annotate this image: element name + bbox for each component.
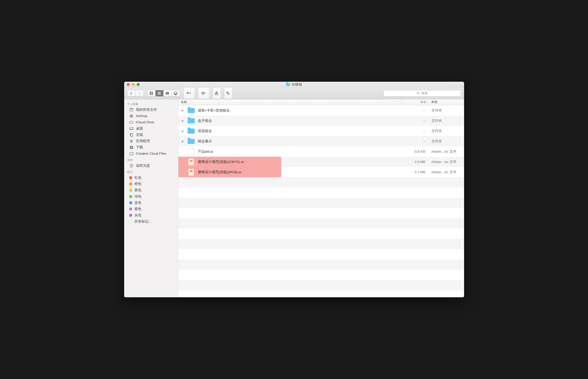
search-icon [416, 91, 420, 95]
svg-point-40 [130, 164, 133, 167]
back-button[interactable] [127, 90, 135, 96]
folder-icon [286, 83, 290, 86]
row-kind: 文件夹 [429, 108, 464, 113]
column-header-label: 名称 [181, 100, 187, 104]
sidebar-item-downloads[interactable]: 下载 [124, 144, 178, 150]
view-gallery-button[interactable] [172, 90, 180, 96]
table-row[interactable]: ▶袋装+卡装+其他组合--文件夹 [178, 105, 464, 116]
close-window-button[interactable] [127, 83, 130, 86]
sidebar: 个人收藏 我的所有文件 AirDrop iCloud Drive 桌面 文稿 [124, 99, 178, 297]
tag-dot-icon [129, 182, 132, 185]
view-columns-button[interactable] [164, 90, 172, 96]
columns-icon [166, 91, 169, 95]
svg-rect-11 [175, 94, 175, 95]
row-filename: 蜜蜂设计规范(初版)(CMYK).ai [198, 160, 244, 164]
table-row[interactable]: ▶盒子组合--文件夹 [178, 116, 464, 126]
folder-icon [187, 107, 195, 114]
table-row[interactable]: ▶产品ai8.ai315 KBAdobe…tor 文件 [178, 146, 464, 157]
sidebar-tag-orange[interactable]: 橙色 [124, 181, 178, 187]
svg-rect-0 [150, 92, 151, 93]
row-size: -- [401, 109, 429, 112]
share-button[interactable] [212, 87, 220, 99]
row-size: -- [401, 119, 429, 123]
window-body: 个人收藏 我的所有文件 AirDrop iCloud Drive 桌面 文稿 [124, 99, 464, 297]
sidebar-item-label: iCloud Drive [136, 120, 155, 124]
row-kind: Adobe…tor 文件 [429, 160, 464, 164]
zoom-window-button[interactable] [137, 83, 140, 86]
table-row[interactable]: ▶蜜蜂设计规范(初版)(CMYK).ai3.9 MBAdobe…tor 文件 [178, 157, 464, 167]
row-kind: Adobe…tor 文件 [429, 170, 464, 174]
table-row[interactable]: ▶容器组合--文件夹 [178, 126, 464, 136]
svg-rect-4 [158, 92, 161, 92]
sidebar-item-label: 灰色 [134, 213, 141, 218]
sidebar-item-airdrop[interactable]: AirDrop [124, 113, 178, 119]
airdrop-icon [129, 114, 134, 118]
sidebar-item-label: AirDrop [136, 114, 148, 118]
column-headers: 名称 ⌃ 大小 种类 [178, 99, 464, 105]
forward-button[interactable] [135, 90, 143, 96]
sidebar-heading-tags: 标记 [124, 169, 178, 174]
tags-button[interactable] [224, 87, 232, 99]
sidebar-tag-gray[interactable]: 灰色 [124, 212, 178, 218]
sidebar-item-documents[interactable]: 文稿 [124, 132, 178, 138]
column-header-kind[interactable]: 种类 [429, 99, 464, 105]
sidebar-tag-yellow[interactable]: 黄色 [124, 187, 178, 193]
row-kind: 文件夹 [429, 139, 464, 144]
column-header-name[interactable]: 名称 ⌃ [178, 99, 401, 105]
list-icon [158, 91, 161, 95]
folder-icon [129, 151, 134, 156]
row-name-cell: ▶蜜蜂设计规范(初版)(CMYK).ai [178, 158, 401, 166]
sidebar-item-ccfiles[interactable]: Creative Cloud Files [124, 150, 178, 157]
window-title-text: 3D建模 [291, 82, 302, 87]
svg-rect-37 [131, 134, 133, 137]
svg-rect-15 [188, 92, 189, 93]
column-header-label: 种类 [431, 100, 437, 104]
tag-dot-icon [129, 176, 132, 179]
ai-file-icon [187, 168, 195, 176]
row-filename: 组合展示 [198, 139, 212, 144]
row-kind: 文件夹 [429, 129, 464, 133]
sidebar-item-remote-disc[interactable]: 远程光盘 [124, 162, 178, 169]
sidebar-tag-red[interactable]: 红色 [124, 174, 178, 181]
chevron-left-icon [130, 92, 133, 95]
disclosure-triangle-icon[interactable]: ▶ [182, 109, 184, 112]
table-row[interactable]: ▶组合展示--文件夹 [178, 136, 464, 146]
column-header-size[interactable]: 大小 [401, 99, 429, 105]
sidebar-heading-devices: 设备 [124, 157, 178, 162]
finder-window: 3D建模 [124, 82, 464, 297]
disclosure-triangle-icon[interactable]: ▶ [182, 130, 184, 132]
svg-rect-8 [167, 92, 168, 94]
view-icons-button[interactable] [148, 90, 156, 96]
toolbar: 搜索 [124, 87, 464, 99]
desktop-icon [129, 126, 134, 131]
sidebar-item-all-files[interactable]: 我的所有文件 [124, 107, 178, 113]
arrange-button[interactable] [183, 87, 194, 99]
disclosure-triangle-icon[interactable]: ▶ [182, 140, 184, 143]
sidebar-tag-green[interactable]: 绿色 [124, 193, 178, 200]
action-button[interactable] [198, 87, 209, 99]
row-size: 3.1 MB [401, 170, 429, 174]
minimize-window-button[interactable] [132, 83, 135, 86]
cloud-icon [129, 120, 134, 125]
sidebar-item-icloud[interactable]: iCloud Drive [124, 119, 178, 125]
titlebar: 3D建模 [124, 82, 464, 87]
sidebar-item-desktop[interactable]: 桌面 [124, 125, 178, 132]
table-row[interactable]: ▶蜜蜂设计规范(初版)(RGB).ai3.1 MBAdobe…tor 文件 [178, 167, 464, 177]
window-title: 3D建模 [124, 82, 464, 87]
sidebar-item-applications[interactable]: 应用程序 [124, 138, 178, 144]
svg-line-28 [418, 93, 419, 94]
search-input[interactable]: 搜索 [383, 90, 461, 97]
sidebar-item-label: 文稿 [136, 133, 143, 137]
disclosure-triangle-icon[interactable]: ▶ [182, 119, 184, 122]
window-controls [124, 83, 140, 86]
grid-icon [150, 91, 153, 95]
sidebar-item-label: 蓝色 [134, 201, 141, 205]
tag-dot-icon [129, 208, 132, 211]
sidebar-tag-purple[interactable]: 紫色 [124, 206, 178, 212]
sidebar-tag-all[interactable]: 所有标记… [124, 218, 178, 225]
sidebar-item-label: 我的所有文件 [136, 108, 157, 112]
sidebar-tag-blue[interactable]: 蓝色 [124, 200, 178, 206]
view-list-button[interactable] [156, 90, 164, 96]
nav-buttons [127, 90, 144, 97]
folder-icon [187, 127, 195, 135]
